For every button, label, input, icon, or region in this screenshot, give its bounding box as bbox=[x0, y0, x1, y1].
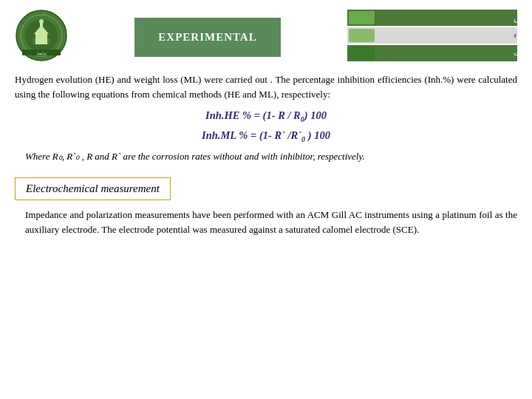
where-text: Where R₀, R`₀ , R and R` are the corrosi… bbox=[25, 149, 517, 164]
svg-rect-17 bbox=[349, 11, 375, 24]
svg-rect-3 bbox=[35, 34, 47, 44]
content: Hydrogen evolution (HE) and weight loss … bbox=[15, 72, 517, 237]
svg-rect-18 bbox=[349, 29, 375, 42]
page: جامعة EXPERIMENTAL الملتقى العلمى الخامس… bbox=[0, 0, 532, 399]
paragraph-1: Hydrogen evolution (HE) and weight loss … bbox=[15, 72, 517, 102]
svg-rect-7 bbox=[33, 38, 35, 44]
electrochemical-heading: Electrochemical measurement bbox=[15, 177, 171, 200]
svg-text:الملتقى العلمى الخامس: الملتقى العلمى الخامس bbox=[514, 13, 517, 23]
svg-rect-8 bbox=[47, 38, 50, 44]
header: جامعة EXPERIMENTAL الملتقى العلمى الخامس… bbox=[15, 9, 517, 65]
right-logo: الملتقى العلمى الخامس البحث العلمى بناء … bbox=[347, 10, 517, 65]
formula-2: Inh.ML % = (1- R` /R`0 ) 100 bbox=[15, 129, 517, 143]
formula-1-text: Inh.HE % = (1- R / R0) 100 bbox=[205, 109, 327, 121]
paragraph-2: Impedance and polarization measurements … bbox=[25, 208, 517, 237]
svg-rect-19 bbox=[349, 47, 375, 60]
svg-text:كلية العلوم للبنات: كلية العلوم للبنات bbox=[514, 49, 517, 58]
experimental-label: EXPERIMENTAL bbox=[158, 31, 256, 43]
experimental-box: EXPERIMENTAL bbox=[134, 18, 280, 57]
formula-1: Inh.HE % = (1- R / R0) 100 bbox=[15, 109, 517, 123]
left-logo: جامعة bbox=[15, 9, 68, 65]
svg-text:البحث العلمى بناء ونماء: البحث العلمى بناء ونماء bbox=[514, 31, 517, 40]
svg-text:جامعة: جامعة bbox=[37, 51, 47, 55]
svg-point-6 bbox=[39, 19, 44, 24]
formula-2-text: Inh.ML % = (1- R` /R`0 ) 100 bbox=[202, 129, 330, 141]
